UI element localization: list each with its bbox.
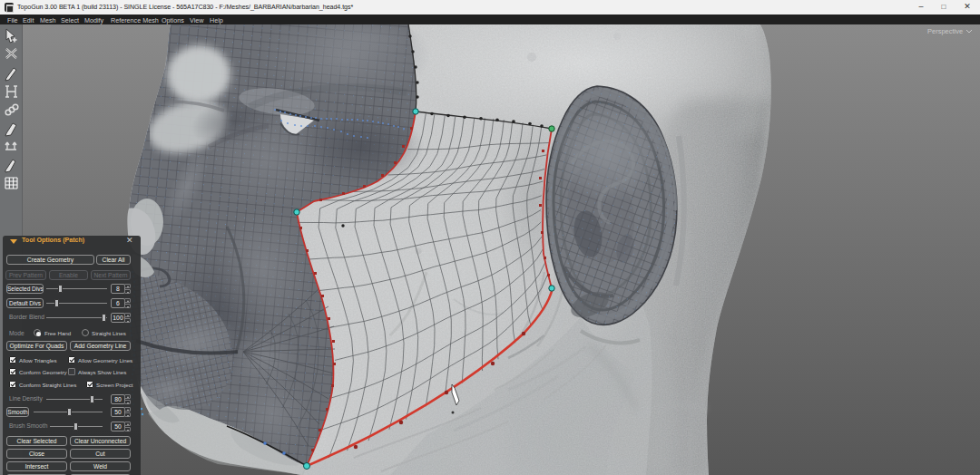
svg-text:Perspective: Perspective bbox=[927, 27, 963, 35]
